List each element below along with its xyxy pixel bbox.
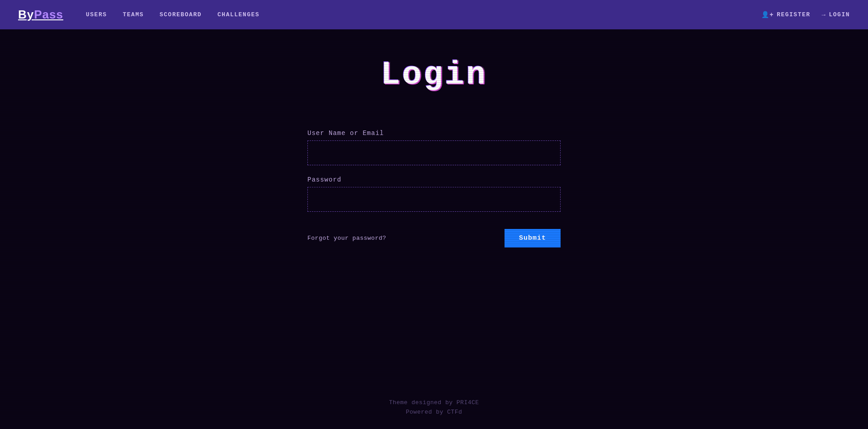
nav-link-users[interactable]: USERS: [86, 11, 107, 18]
footer: Theme designed by PRI4CE Powered by CTFd: [0, 399, 868, 415]
nav-link-scoreboard[interactable]: SCOREBOARD: [160, 11, 202, 18]
password-label: Password: [307, 176, 561, 183]
footer-line1: Theme designed by PRI4CE: [389, 399, 479, 406]
brand-logo[interactable]: ByPass: [18, 8, 63, 22]
brand-name-part1: By: [18, 8, 34, 21]
footer-line2: Powered by CTFd: [406, 409, 462, 415]
register-label: REGISTER: [777, 11, 810, 18]
nav-links: USERS TEAMS SCOREBOARD CHALLENGES: [86, 11, 761, 18]
navbar: ByPass USERS TEAMS SCOREBOARD CHALLENGES…: [0, 0, 868, 29]
username-label: User Name or Email: [307, 130, 561, 137]
nav-link-challenges[interactable]: CHALLENGES: [217, 11, 259, 18]
nav-link-teams[interactable]: TEAMS: [123, 11, 144, 18]
brand-name-part2: Pass: [34, 8, 63, 21]
submit-button[interactable]: Submit: [505, 229, 561, 247]
register-button[interactable]: 👤+ REGISTER: [761, 11, 811, 19]
username-input[interactable]: [307, 140, 561, 165]
password-input[interactable]: [307, 187, 561, 212]
login-icon: →: [822, 11, 826, 19]
register-icon: 👤+: [761, 11, 774, 19]
login-button[interactable]: → LOGIN: [822, 11, 850, 19]
nav-right: 👤+ REGISTER → LOGIN: [761, 11, 850, 19]
password-group: Password: [307, 176, 561, 220]
form-actions: Forgot your password? Submit: [307, 229, 561, 247]
username-group: User Name or Email: [307, 130, 561, 173]
login-label: LOGIN: [829, 11, 850, 18]
forgot-password-link[interactable]: Forgot your password?: [307, 235, 386, 242]
page-title: Login: [381, 56, 487, 93]
main-content: Login User Name or Email Password Forgot…: [0, 29, 868, 247]
login-form: User Name or Email Password Forgot your …: [307, 130, 561, 247]
